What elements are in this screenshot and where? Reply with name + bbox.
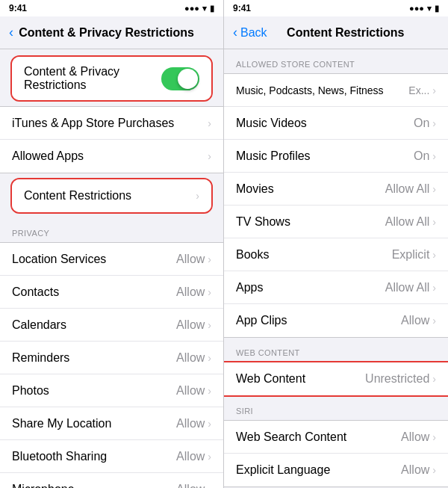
calendars-value: Allow xyxy=(176,318,205,332)
web-content-section: WEB CONTENT Web Content Unrestricted › xyxy=(224,338,448,396)
web-content-item[interactable]: Web Content Unrestricted › xyxy=(224,362,448,395)
reminders-label: Reminders xyxy=(12,351,176,365)
privacy-toggle-container[interactable] xyxy=(161,67,199,90)
music-podcasts-value: Ex... xyxy=(408,84,429,96)
status-icons-right: ●●● ▾ ▮ xyxy=(409,4,439,13)
privacy-toggle[interactable] xyxy=(161,67,199,90)
itunes-chevron: › xyxy=(208,117,211,129)
toggle-knob xyxy=(178,69,198,89)
web-content-value: Unrestricted xyxy=(365,372,429,386)
microphone-item[interactable]: Microphone Allow › xyxy=(0,473,223,488)
share-location-chevron: › xyxy=(208,418,211,430)
siri-list-group: Web Search Content Allow › Explicit Lang… xyxy=(224,420,448,487)
content-restrictions-item[interactable]: Content Restrictions › xyxy=(12,179,211,212)
movies-value: Allow All xyxy=(385,182,430,196)
music-videos-item[interactable]: Music Videos On › xyxy=(224,107,448,140)
tv-shows-value: Allow All xyxy=(385,215,430,229)
web-content-label: Web Content xyxy=(236,372,365,386)
allowed-apps-label: Allowed Apps xyxy=(12,149,208,163)
contacts-chevron: › xyxy=(208,286,211,298)
allowed-store-section: ALLOWED STORE CONTENT Music, Podcasts, N… xyxy=(224,49,448,338)
web-content-chevron: › xyxy=(432,373,436,385)
reminders-value: Allow xyxy=(176,351,205,365)
apps-chevron: › xyxy=(432,282,436,294)
share-location-value: Allow xyxy=(176,417,205,430)
content-restrictions-group: Content Restrictions › xyxy=(12,179,211,212)
contacts-value: Allow xyxy=(176,285,205,299)
books-chevron: › xyxy=(432,249,436,261)
share-location-label: Share My Location xyxy=(12,417,176,430)
books-item[interactable]: Books Explicit › xyxy=(224,238,448,271)
back-label-right: Back xyxy=(240,26,267,40)
microphone-value: Allow xyxy=(176,483,205,489)
bluetooth-label: Bluetooth Sharing xyxy=(12,450,176,463)
web-content-header: WEB CONTENT xyxy=(224,338,448,362)
content-restrictions-label: Content Restrictions xyxy=(24,189,196,203)
content-restrictions-wrapper: Content Restrictions › xyxy=(6,179,217,212)
left-panel: 9:41 ●●● ▾ ▮ ‹ Content & Privacy Restric… xyxy=(0,0,224,488)
location-chevron: › xyxy=(208,253,211,265)
time-left: 9:41 xyxy=(9,3,27,13)
contacts-item[interactable]: Contacts Allow › xyxy=(0,276,223,309)
main-items-section: iTunes & App Store Purchases › Allowed A… xyxy=(0,106,223,173)
itunes-label: iTunes & App Store Purchases xyxy=(12,117,208,130)
explicit-language-item[interactable]: Explicit Language Allow › xyxy=(224,454,448,487)
toggle-section-wrapper: Content & Privacy Restrictions xyxy=(6,57,217,100)
photos-item[interactable]: Photos Allow › xyxy=(0,374,223,407)
left-panel-content: Content & Privacy Restrictions iTunes & … xyxy=(0,49,223,488)
reminders-chevron: › xyxy=(208,352,211,364)
status-bar-right: 9:41 ●●● ▾ ▮ xyxy=(224,0,448,16)
wifi-icon: ▾ xyxy=(202,4,207,13)
music-videos-value: On xyxy=(414,117,429,130)
page-title-right: Content Restrictions xyxy=(267,26,424,40)
apps-item[interactable]: Apps Allow All › xyxy=(224,271,448,304)
store-list-group: Music, Podcasts, News, Fitness Ex... › M… xyxy=(224,73,448,338)
nav-bar-left: ‹ Content & Privacy Restrictions xyxy=(0,16,223,49)
photos-value: Allow xyxy=(176,384,205,398)
status-icons-left: ●●● ▾ ▮ xyxy=(184,4,214,13)
siri-section: SIRI Web Search Content Allow › Explicit… xyxy=(224,396,448,487)
books-label: Books xyxy=(236,248,392,262)
music-podcasts-label: Music, Podcasts, News, Fitness xyxy=(236,84,408,96)
bluetooth-item[interactable]: Bluetooth Sharing Allow › xyxy=(0,440,223,473)
app-clips-chevron: › xyxy=(432,315,436,327)
toggle-list-group: Content & Privacy Restrictions xyxy=(12,57,211,100)
allowed-apps-item[interactable]: Allowed Apps › xyxy=(0,140,223,173)
time-right: 9:41 xyxy=(233,3,251,13)
apps-label: Apps xyxy=(236,281,385,294)
tv-shows-item[interactable]: TV Shows Allow All › xyxy=(224,206,448,238)
movies-label: Movies xyxy=(236,182,385,196)
calendars-chevron: › xyxy=(208,319,211,331)
reminders-item[interactable]: Reminders Allow › xyxy=(0,342,223,374)
location-services-label: Location Services xyxy=(12,253,176,266)
app-clips-item[interactable]: App Clips Allow › xyxy=(224,304,448,337)
content-restrictions-highlight: Content Restrictions › xyxy=(12,179,211,212)
calendars-label: Calendars xyxy=(12,318,176,332)
page-title-left: Content & Privacy Restrictions xyxy=(13,26,199,40)
status-bar-left: 9:41 ●●● ▾ ▮ xyxy=(0,0,223,16)
web-search-item[interactable]: Web Search Content Allow › xyxy=(224,421,448,454)
location-services-value: Allow xyxy=(176,253,205,266)
explicit-language-label: Explicit Language xyxy=(236,463,401,477)
calendars-item[interactable]: Calendars Allow › xyxy=(0,309,223,342)
content-restrictions-chevron: › xyxy=(196,190,199,202)
music-podcasts-item[interactable]: Music, Podcasts, News, Fitness Ex... › xyxy=(224,74,448,107)
web-search-value: Allow xyxy=(401,430,429,444)
tv-shows-chevron: › xyxy=(432,216,436,228)
nav-bar-right: ‹ Back Content Restrictions xyxy=(224,16,448,49)
itunes-purchases-item[interactable]: iTunes & App Store Purchases › xyxy=(0,107,223,140)
app-clips-label: App Clips xyxy=(236,314,401,327)
web-search-label: Web Search Content xyxy=(236,430,401,444)
explicit-language-value: Allow xyxy=(401,463,429,477)
music-videos-label: Music Videos xyxy=(236,117,414,130)
location-services-item[interactable]: Location Services Allow › xyxy=(0,243,223,276)
privacy-section-header: PRIVACY xyxy=(0,218,223,242)
back-button-right[interactable]: ‹ Back xyxy=(233,25,267,40)
privacy-toggle-item[interactable]: Content & Privacy Restrictions xyxy=(12,57,211,100)
share-location-item[interactable]: Share My Location Allow › xyxy=(0,407,223,440)
music-profiles-item[interactable]: Music Profiles On › xyxy=(224,140,448,173)
allowed-apps-chevron: › xyxy=(208,150,211,162)
siri-header: SIRI xyxy=(224,396,448,420)
movies-item[interactable]: Movies Allow All › xyxy=(224,173,448,206)
allowed-store-header: ALLOWED STORE CONTENT xyxy=(224,49,448,73)
